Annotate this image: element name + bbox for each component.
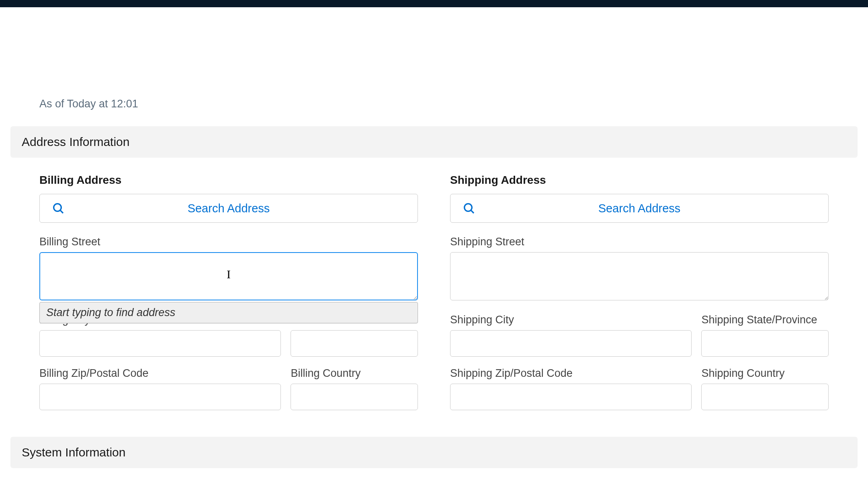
billing-street-wrap: I Start typing to find address [39,252,418,303]
billing-search-address-button[interactable]: Search Address [39,194,418,223]
address-columns: Billing Address Search Address Billing S… [39,174,829,421]
billing-country-field: Billing Country [291,367,418,410]
shipping-zip-label: Shipping Zip/Postal Code [450,367,692,380]
svg-line-3 [471,210,474,213]
billing-zip-input[interactable] [39,384,281,410]
shipping-country-field: Shipping Country [701,367,829,410]
svg-line-1 [60,210,63,213]
shipping-city-field: Shipping City [450,314,692,357]
shipping-state-input[interactable] [701,330,829,357]
shipping-street-label: Shipping Street [450,236,829,248]
search-icon [52,202,65,215]
billing-country-input[interactable] [291,384,418,410]
billing-address-label: Billing Address [39,174,418,187]
shipping-street-wrap [450,252,829,303]
billing-state-input[interactable] [291,330,418,357]
shipping-zip-field: Shipping Zip/Postal Code [450,367,692,410]
shipping-state-label: Shipping State/Province [701,314,829,326]
section-system-information: System Information [10,437,858,468]
address-autocomplete-hint[interactable]: Start typing to find address [39,302,418,323]
search-icon [463,202,475,215]
shipping-column: Shipping Address Search Address Shipping… [450,174,829,421]
shipping-city-state-row: Shipping City Shipping State/Province [450,314,829,357]
section-header-address: Address Information [10,126,858,158]
shipping-country-input[interactable] [701,384,829,410]
section-header-system: System Information [10,437,858,468]
billing-country-label: Billing Country [291,367,418,380]
shipping-address-label: Shipping Address [450,174,829,187]
billing-column: Billing Address Search Address Billing S… [39,174,418,421]
billing-city-input[interactable] [39,330,281,357]
app-top-bar [0,0,868,7]
shipping-zip-input[interactable] [450,384,692,410]
svg-point-2 [465,204,472,212]
page-content: As of Today at 12:01 Address Information… [0,7,868,468]
shipping-city-label: Shipping City [450,314,692,326]
section-body-address: Billing Address Search Address Billing S… [10,162,858,437]
shipping-search-address-button[interactable]: Search Address [450,194,829,223]
shipping-state-field: Shipping State/Province [701,314,829,357]
billing-zip-label: Billing Zip/Postal Code [39,367,281,380]
section-address-information: Address Information [10,126,858,158]
timestamp-text: As of Today at 12:01 [39,98,138,110]
billing-street-label: Billing Street [39,236,418,248]
billing-zip-field: Billing Zip/Postal Code [39,367,281,410]
shipping-zip-country-row: Shipping Zip/Postal Code Shipping Countr… [450,367,829,410]
billing-street-input[interactable] [39,252,418,300]
shipping-street-input[interactable] [450,252,829,300]
shipping-city-input[interactable] [450,330,692,357]
timestamp-area: As of Today at 12:01 [10,7,858,126]
billing-zip-country-row: Billing Zip/Postal Code Billing Country [39,367,418,410]
shipping-search-label: Search Address [598,202,681,215]
billing-search-label: Search Address [188,202,270,215]
svg-point-0 [54,204,61,212]
shipping-country-label: Shipping Country [701,367,829,380]
